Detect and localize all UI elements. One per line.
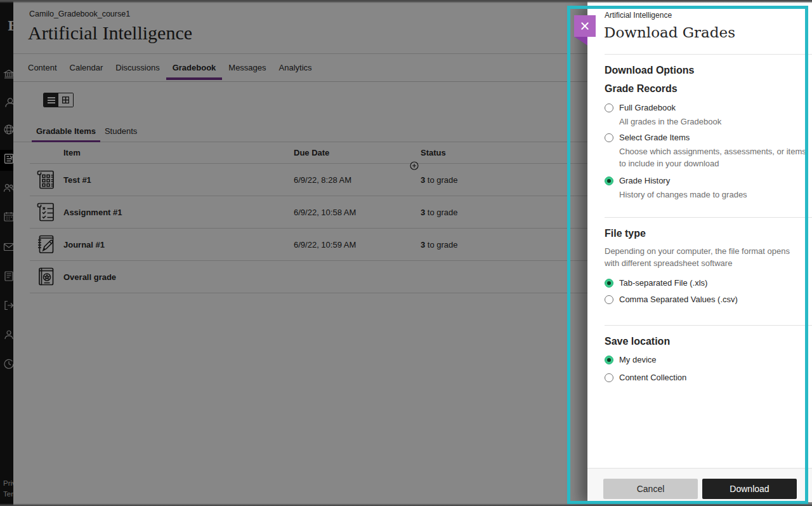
screenshot-top-edge bbox=[0, 0, 812, 3]
radio-selected[interactable] bbox=[605, 356, 613, 364]
radio-selected[interactable] bbox=[605, 176, 613, 185]
download-grades-panel: Artificial Intelligence Download Grades … bbox=[587, 1, 812, 502]
radio-option-grade-history[interactable]: Grade History History of changes made to… bbox=[605, 174, 809, 201]
radio-option-xls[interactable]: Tab-separated File (.xls) bbox=[605, 276, 707, 290]
file-type-heading: File type bbox=[605, 228, 646, 239]
screenshot-bottom-edge bbox=[0, 503, 812, 506]
panel-title: Download Grades bbox=[604, 24, 735, 41]
file-type-description: Depending on your computer, the file for… bbox=[605, 245, 796, 269]
panel-body: Download Options Grade Records Full Grad… bbox=[605, 54, 812, 468]
radio-selected[interactable] bbox=[605, 279, 613, 288]
download-button[interactable]: Download bbox=[702, 479, 797, 499]
save-location-heading: Save location bbox=[605, 336, 670, 347]
cancel-button[interactable]: Cancel bbox=[603, 479, 698, 499]
radio-unselected[interactable] bbox=[605, 295, 613, 304]
radio-option-full-gradebook[interactable]: Full Gradebook All grades in the Gradebo… bbox=[605, 101, 809, 128]
screen: B bbox=[0, 0, 812, 506]
radio-unselected[interactable] bbox=[605, 103, 613, 112]
radio-option-select-grade-items[interactable]: Select Grade Items Choose which assignme… bbox=[605, 131, 809, 170]
section-divider bbox=[605, 325, 812, 326]
grade-records-heading: Grade Records bbox=[605, 83, 678, 95]
download-options-heading: Download Options bbox=[605, 65, 694, 76]
panel-footer: Cancel Download bbox=[587, 468, 812, 502]
radio-option-content-collection[interactable]: Content Collection bbox=[605, 371, 686, 384]
section-divider bbox=[605, 217, 812, 218]
radio-unselected[interactable] bbox=[605, 133, 613, 142]
close-icon bbox=[580, 22, 589, 30]
radio-unselected[interactable] bbox=[605, 373, 613, 382]
radio-option-csv[interactable]: Comma Separated Values (.csv) bbox=[605, 293, 738, 306]
close-panel-button[interactable] bbox=[574, 15, 596, 37]
radio-option-my-device[interactable]: My device bbox=[605, 353, 657, 366]
panel-course-context: Artificial Intelligence bbox=[605, 11, 672, 20]
